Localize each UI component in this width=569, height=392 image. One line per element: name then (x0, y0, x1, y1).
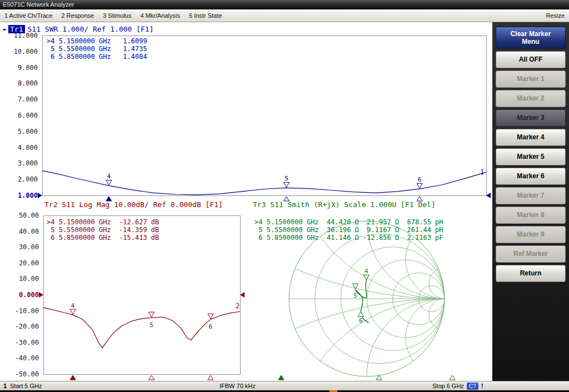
softkey-marker-9: Marker 9 (496, 226, 566, 243)
softkey-return[interactable]: Return (496, 265, 566, 282)
softkey-marker-1: Marker 1 (496, 71, 566, 88)
softkey-marker-2: Marker 2 (496, 90, 566, 107)
softkey-sidebar: Clear Marker Menu All OFFMarker 1Marker … (492, 22, 569, 381)
y-tick-label: 50.00 (0, 212, 40, 219)
tr2-marker-readout: >4 5.1500000 GHz -12.627 dB 5 5.5500000 … (47, 218, 159, 242)
svg-text:4: 4 (107, 173, 111, 180)
status-alert-icon: ! (481, 381, 483, 390)
status-ifbw: IFBW 70 kHz (219, 381, 256, 390)
svg-text:4: 4 (365, 268, 368, 275)
y-tick-label: -20.00 (0, 323, 40, 330)
tr3-header[interactable]: Tr3 S11 Smith (R+jX) Scale 1.000U [F1 De… (253, 200, 436, 209)
y-tick-label: -30.00 (0, 339, 40, 346)
svg-text:5: 5 (149, 321, 153, 329)
status-stop: Stop 6 GHz (432, 381, 464, 390)
tr2-trace-number: 2 (236, 302, 239, 310)
marker-readout-line: 6 5.8500000 GHz 1.4084 (47, 53, 147, 61)
svg-text:6: 6 (418, 176, 422, 183)
menu-item-resize[interactable]: Resize (546, 12, 565, 19)
y-tick-label: 40.00 (0, 228, 40, 235)
svg-text:6: 6 (209, 323, 213, 330)
y-tick-label: 20.00 (0, 259, 40, 267)
menu-item-5-instr-state[interactable]: 5 Instr State (189, 12, 222, 19)
svg-text:5: 5 (353, 292, 357, 299)
y-tick-label: 0.000 (0, 291, 40, 299)
marker-readout-line: 6 5.8500000 GHz -15.413 dB (47, 234, 159, 242)
svg-text:5: 5 (284, 175, 288, 182)
menu-item-2-response[interactable]: 2 Response (61, 12, 94, 19)
tr1-format-text: S11 SWR 1.000/ Ref 1.000 [F1] (28, 25, 154, 33)
y-tick-label: -10.00 (0, 307, 40, 315)
softkey-all-off[interactable]: All OFF (496, 51, 566, 68)
softkey-ref-marker: Ref Marker (496, 245, 566, 263)
softkey-buttons: All OFFMarker 1Marker 2Marker 3Marker 4M… (492, 51, 569, 282)
app-window: E5071C Network Analyzer 1 Active Ch/Trac… (0, 0, 569, 392)
softkey-menu-title: Clear Marker Menu (496, 27, 566, 49)
y-tick-label: -50.00 (0, 370, 40, 378)
menu-item-4-mkr-analysis[interactable]: 4 Mkr/Analysis (140, 12, 180, 19)
svg-text:4: 4 (71, 302, 75, 309)
tr1-trace-number: 1 (480, 168, 484, 176)
tr2-yaxis: 50.0040.0030.0020.0010.000.000-10.00-20.… (0, 0, 40, 392)
softkey-marker-7: Marker 7 (496, 187, 566, 204)
title-bar[interactable]: E5071C Network Analyzer (0, 0, 569, 9)
softkey-marker-8: Marker 8 (496, 207, 566, 224)
status-start: Start 5 GHz (10, 381, 42, 390)
softkey-marker-5[interactable]: Marker 5 (496, 148, 566, 165)
y-tick-label: 30.00 (0, 243, 40, 251)
y-tick-label: -40.00 (0, 354, 40, 362)
tr1-marker-readout: >4 5.1500000 GHz 1.6099 5 5.5500000 GHz … (47, 37, 147, 61)
status-bar: 1 Start 5 GHz IFBW 70 kHz Stop 6 GHz C? … (0, 381, 569, 390)
marker-readout-line: >4 5.1500000 GHz 44.420 Ω 21.957 Ω 678.5… (254, 218, 443, 226)
softkey-marker-6[interactable]: Marker 6 (496, 168, 566, 185)
marker-readout-line: 5 5.5500000 GHz -14.359 dB (47, 226, 159, 234)
softkey-marker-4[interactable]: Marker 4 (496, 129, 566, 146)
menu-bar: 1 Active Ch/Trace2 Response3 Stimulus4 M… (0, 9, 569, 22)
softkey-marker-3[interactable]: Marker 3 (496, 109, 566, 127)
status-channel: 1 (3, 381, 7, 390)
marker-readout-line: 5 5.5500000 GHz 1.4735 (47, 45, 147, 53)
marker-readout-line: >4 5.1500000 GHz 1.6099 (47, 37, 147, 45)
tr3-marker-readout: >4 5.1500000 GHz 44.420 Ω 21.957 Ω 678.5… (254, 218, 443, 242)
marker-readout-line: >4 5.1500000 GHz -12.627 dB (47, 218, 159, 226)
tr2-header[interactable]: Tr2 S11 Log Mag 10.00dB/ Ref 0.000dB [F1… (44, 200, 223, 209)
menu-item-3-stimulus[interactable]: 3 Stimulus (103, 12, 131, 19)
y-tick-label: 10.00 (0, 275, 40, 283)
svg-text:6: 6 (359, 317, 363, 324)
marker-readout-line: 5 5.5500000 GHz 36.196 Ω 9.1167 Ω 261.44… (254, 226, 443, 234)
marker-readout-line: 6 5.8500000 GHz 41.146 Ω -12.856 Ω 2.116… (254, 234, 443, 242)
status-cal-badge: C? (467, 383, 478, 390)
